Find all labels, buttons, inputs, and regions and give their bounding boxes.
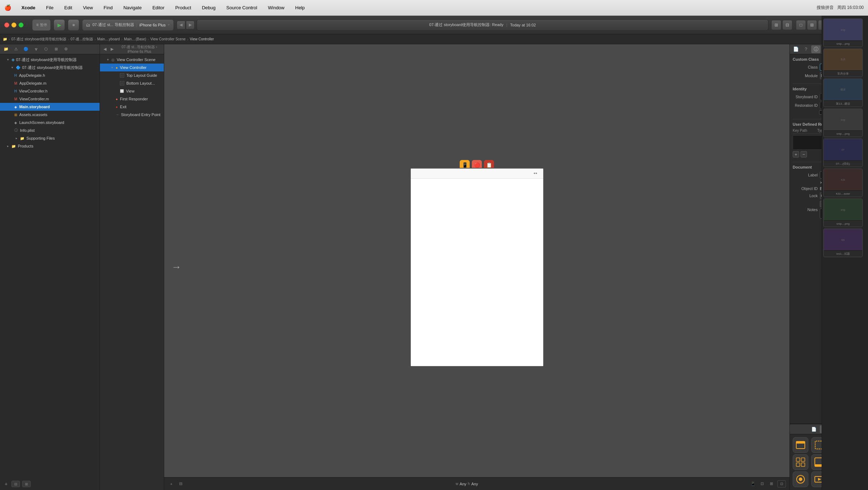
iphone-frame[interactable]: ●● xyxy=(410,168,544,367)
run-button[interactable]: ▶ xyxy=(54,19,65,31)
breadcrumb-scene[interactable]: View Controller Scene xyxy=(150,37,186,41)
nav-item-main-storyboard[interactable]: ◈ Main.storyboard xyxy=(0,103,100,111)
scene-item-first-responder[interactable]: ● First Responder xyxy=(100,95,164,103)
scene-item-vc[interactable]: ▾ ● View Controller xyxy=(100,64,164,71)
scene-item-view[interactable]: ⬜ View xyxy=(100,87,164,95)
close-button[interactable] xyxy=(4,22,9,28)
size-class-display[interactable]: w Any h Any xyxy=(456,482,478,486)
menu-navigate[interactable]: Navigate xyxy=(121,4,144,11)
menu-window[interactable]: Window xyxy=(266,4,287,11)
device-type-button[interactable]: 📱 xyxy=(750,480,757,488)
layout-button[interactable]: ⊞ xyxy=(22,481,31,487)
scene-item-top-layout[interactable]: ⊟ Top Layout Guide xyxy=(100,71,164,79)
nav-item-viewcontroller-m[interactable]: M ViewController.m xyxy=(0,95,100,103)
debug-toggle[interactable]: ⊟ xyxy=(782,20,792,30)
nav-item-appdelegate-h[interactable]: H AppDelegate.h xyxy=(0,71,100,79)
scene-item-bottom-layout[interactable]: ⊟ Bottom Layout... xyxy=(100,79,164,87)
iphone-content-area[interactable] xyxy=(411,179,543,366)
thumbnail-2[interactable]: 车丹 车丹分享 xyxy=(823,49,863,77)
breadcrumb-file[interactable]: Main....yboard xyxy=(97,37,120,41)
lock-label: Lock xyxy=(793,194,818,198)
breadcrumb-vc[interactable]: View Controller xyxy=(190,37,214,41)
scene-item-entry-point[interactable]: → Storyboard Entry Point xyxy=(100,111,164,119)
nav-issues-icon[interactable]: ⚙ xyxy=(62,45,70,53)
nav-history-icon[interactable]: ⬡ xyxy=(42,45,50,53)
nav-breakpoint-icon[interactable]: ⛛ xyxy=(32,45,40,53)
lib-item-collection-vc[interactable] xyxy=(793,454,808,470)
menu-xcode[interactable]: Xcode xyxy=(19,4,37,11)
remove-attr-button[interactable]: − xyxy=(801,151,807,158)
lib-item-nav-controller[interactable] xyxy=(793,437,808,453)
thumbnail-7[interactable]: snip snip....png xyxy=(823,199,863,227)
scene-item-vc-scene[interactable]: ▾ ◎ View Controller Scene xyxy=(100,56,164,64)
add-attr-button[interactable]: + xyxy=(793,151,799,158)
nav-item-products[interactable]: ▸ 📁 Products xyxy=(0,142,100,150)
add-file-button[interactable]: + xyxy=(3,481,9,487)
zoom-in-button[interactable]: ⊞ xyxy=(768,480,775,488)
menu-edit[interactable]: Edit xyxy=(62,4,74,11)
lib-item-view[interactable] xyxy=(793,471,808,487)
prev-scene-button[interactable]: ◀ xyxy=(102,46,108,52)
inspector-tab-identity[interactable]: ⓘ xyxy=(811,45,821,53)
nav-item-info-plist[interactable]: ⓘ Info.plist xyxy=(0,126,100,134)
thumbnail-8[interactable]: ios ios1...试题 xyxy=(823,229,863,257)
next-scene-button[interactable]: ▶ xyxy=(109,46,115,52)
breadcrumb-item-1[interactable]: 📁 xyxy=(3,37,7,41)
apple-menu[interactable]: 🍎 xyxy=(4,4,11,11)
nav-item-supporting-files[interactable]: ▸ 📁 Supporting Files xyxy=(0,134,100,142)
nav-item-launchscreen[interactable]: ◈ LaunchScreen.storyboard xyxy=(0,119,100,126)
nav-folder-icon[interactable]: 📁 xyxy=(2,45,10,53)
zoom-reset-button[interactable]: ⊡ xyxy=(777,480,786,488)
canvas-background[interactable]: → 📱 🔴 📋 ●● xyxy=(164,44,789,490)
forward-button[interactable]: ▶ xyxy=(186,21,195,29)
zoom-out-button[interactable]: ⊟ xyxy=(177,480,184,488)
nav-symbol-icon[interactable]: 🔵 xyxy=(22,45,30,53)
run-icon: ▶ xyxy=(57,22,61,28)
scheme-selector[interactable]: 🗂 07-通过 st... 导航控制器 | iPhone 6s Plus ▾ xyxy=(82,19,174,31)
menu-debug[interactable]: Debug xyxy=(200,4,218,11)
nav-debug-icon[interactable]: ⊞ xyxy=(52,45,60,53)
menu-find[interactable]: Find xyxy=(101,4,115,11)
thumbnail-4[interactable]: snip snip....png xyxy=(823,109,863,137)
back-button[interactable]: ◀ xyxy=(177,21,185,29)
nav-search-icon[interactable]: ⚠ xyxy=(12,45,20,53)
menu-help[interactable]: Help xyxy=(293,4,307,11)
menu-file[interactable]: File xyxy=(44,4,56,11)
thumbnail-5[interactable]: 07 07-...(优化) xyxy=(823,139,863,167)
thumbnail-3[interactable]: 建设 第13...建设 xyxy=(823,79,863,107)
add-scene-button[interactable]: + xyxy=(168,480,175,488)
breadcrumb-base[interactable]: Main....(Base) xyxy=(124,37,146,41)
menu-product[interactable]: Product xyxy=(173,4,193,11)
minimize-button[interactable] xyxy=(11,22,16,28)
inspector-tab-quick-help[interactable]: ? xyxy=(801,45,811,53)
breadcrumb-group[interactable]: 07-通...控制器 xyxy=(71,37,93,42)
pause-button[interactable]: ⏸ 暂停 xyxy=(32,19,51,31)
nav-item-assets[interactable]: ⊞ Assets.xcassets xyxy=(0,111,100,119)
nav-item-appdelegate-m[interactable]: M AppDelegate.m xyxy=(0,79,100,87)
thumbnail-img-7: snip xyxy=(824,199,862,220)
navigator-toggle[interactable]: ⊞ xyxy=(771,20,781,30)
orientation-button[interactable]: ⊡ xyxy=(759,480,766,488)
inspector-tab-file[interactable]: 📄 xyxy=(791,45,801,53)
nav-item-subgroup[interactable]: ▾ 🔷 07-通过 storyboard使用导航控制器 xyxy=(0,64,100,71)
thumbnail-6[interactable]: KSI KSI....aster xyxy=(823,169,863,197)
menu-source-control[interactable]: Source Control xyxy=(224,4,259,11)
filter-button[interactable]: ⊟ xyxy=(11,481,20,487)
menu-view[interactable]: View xyxy=(81,4,95,11)
exit-icon: ● xyxy=(116,105,118,109)
appdelegate-h-label: AppDelegate.h xyxy=(19,73,45,78)
lib-tab-file[interactable]: 📄 xyxy=(810,425,818,433)
standard-editor[interactable]: □ xyxy=(796,20,806,30)
scene-item-exit[interactable]: ● Exit xyxy=(100,103,164,111)
folder-icon: 📁 xyxy=(20,136,24,140)
menubar-input-method[interactable]: 搜狼拼音 xyxy=(817,5,834,11)
stop-button[interactable]: ■ xyxy=(68,19,79,31)
zoom-button[interactable] xyxy=(19,22,24,28)
breadcrumb-project[interactable]: 07-通过 storyboard使用导航控制器 xyxy=(11,37,66,42)
menu-editor[interactable]: Editor xyxy=(150,4,167,11)
nav-item-project[interactable]: ▾ ◈ 07-通过 storyboard使用导航控制器 xyxy=(0,56,100,64)
width-label: w xyxy=(456,482,458,486)
assistant-editor[interactable]: ⊞ xyxy=(807,20,817,30)
nav-item-viewcontroller-h[interactable]: H ViewController.h xyxy=(0,87,100,95)
thumbnail-1[interactable]: snip snip....png xyxy=(823,19,863,47)
